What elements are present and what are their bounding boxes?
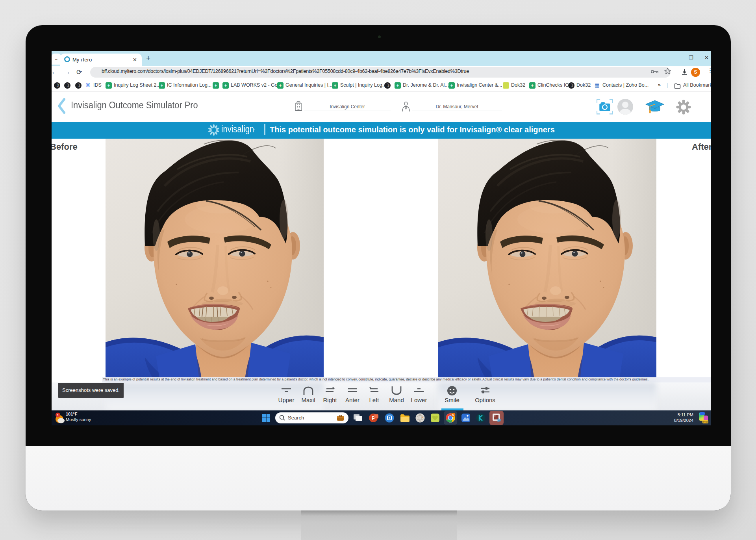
svg-text:PRO: PRO (703, 421, 708, 423)
svg-text:S: S (452, 413, 454, 417)
svg-text:1: 1 (57, 413, 59, 417)
